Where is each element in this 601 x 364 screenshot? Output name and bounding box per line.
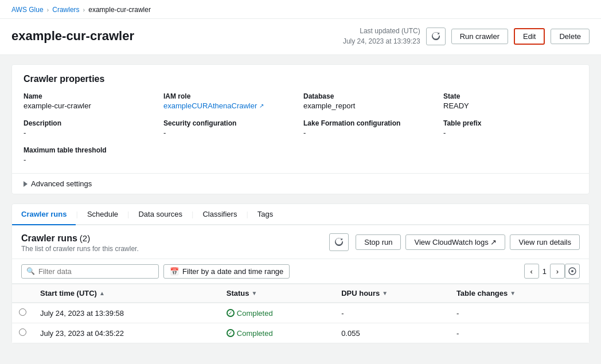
row-2-changes: -: [450, 323, 589, 343]
breadcrumb-aws-glue[interactable]: AWS Glue: [11, 6, 44, 14]
tab-data-sources[interactable]: Data sources: [129, 204, 192, 225]
date-filter-label: Filter by a date and time range: [182, 267, 283, 276]
view-cloudwatch-button[interactable]: View CloudWatch logs ↗: [405, 234, 505, 250]
prop-name: Name example-cur-crawler: [24, 92, 158, 110]
pagination-page: 1: [539, 267, 550, 276]
svg-point-1: [571, 270, 573, 272]
sort-icon-dpu: ▼: [382, 290, 388, 296]
calendar-icon: 📅: [170, 267, 179, 276]
check-circle-icon-1: ✓: [227, 309, 235, 317]
last-updated: Last updated (UTC) July 24, 2023 at 13:3…: [343, 26, 420, 46]
tab-classifiers[interactable]: Classifiers: [193, 204, 246, 225]
external-link-icon: ↗: [259, 103, 264, 109]
check-circle-icon-2: ✓: [227, 329, 235, 337]
pagination-settings-button[interactable]: [565, 264, 580, 279]
status-completed-1: ✓ Completed: [227, 309, 327, 318]
runs-title: Crawler runs: [21, 233, 77, 244]
th-status[interactable]: Status ▼: [220, 284, 334, 303]
header-right: Last updated (UTC) July 24, 2023 at 13:3…: [343, 26, 590, 46]
tab-tags[interactable]: Tags: [248, 204, 282, 225]
th-table-changes[interactable]: Table changes ▼: [450, 284, 589, 303]
table-row: July 24, 2023 at 13:39:58 ✓ Completed - …: [12, 303, 589, 323]
filter-toolbar: 🔍 📅 Filter by a date and time range ‹ 1 …: [12, 259, 589, 284]
tabs-nav: Crawler runs | Schedule | Data sources |…: [12, 204, 589, 225]
filter-input-wrapper[interactable]: 🔍: [21, 264, 159, 279]
prop-security-config: Security configuration -: [163, 119, 298, 137]
row-1-radio[interactable]: [19, 308, 26, 316]
prop-table-prefix: Table prefix -: [443, 119, 577, 137]
card-body: Crawler properties Name example-cur-craw…: [12, 65, 589, 173]
table-header: Start time (UTC) ▲ Status ▼: [12, 284, 589, 303]
row-2-dpu: 0.055: [334, 323, 450, 343]
row-2-status: ✓ Completed: [220, 323, 334, 343]
row-2-start-time: July 23, 2023 at 04:35:22: [33, 323, 220, 343]
prop-iam-role: IAM role exampleCURAthenaCrawler ↗: [163, 92, 298, 110]
runs-refresh-button[interactable]: [329, 233, 349, 251]
th-start-time[interactable]: Start time (UTC) ▲: [33, 284, 220, 303]
table-body: July 24, 2023 at 13:39:58 ✓ Completed - …: [12, 303, 589, 343]
page-header: example-cur-crawler Last updated (UTC) J…: [0, 19, 601, 55]
prop-database: Database example_report: [303, 92, 438, 110]
runs-subtitle: The list of crawler runs for this crawle…: [21, 245, 139, 253]
prop-state: State READY: [443, 92, 577, 110]
chevron-right-icon: [24, 181, 28, 187]
run-crawler-button[interactable]: Run crawler: [451, 29, 508, 44]
runs-title-group: Crawler runs (2) The list of crawler run…: [21, 233, 139, 253]
page-title: example-cur-crawler: [11, 29, 134, 44]
breadcrumb-sep-1: ›: [47, 6, 49, 13]
sort-icon-changes: ▼: [510, 290, 516, 296]
breadcrumb-crawlers[interactable]: Crawlers: [52, 6, 79, 14]
row-2-select[interactable]: [12, 323, 33, 343]
pagination-prev-button[interactable]: ‹: [524, 264, 539, 279]
tabs-card: Crawler runs | Schedule | Data sources |…: [11, 203, 590, 343]
th-dpu-hours[interactable]: DPU hours ▼: [334, 284, 450, 303]
row-1-start-time: July 24, 2023 at 13:39:58: [33, 303, 220, 323]
prop-lake-formation: Lake Formation configuration -: [303, 119, 438, 137]
breadcrumb: AWS Glue › Crawlers › example-cur-crawle…: [0, 0, 601, 19]
row-1-status: ✓ Completed: [220, 303, 334, 323]
pagination-next-button[interactable]: ›: [550, 264, 565, 279]
crawler-runs-section: Crawler runs (2) The list of crawler run…: [12, 225, 589, 343]
prop-description: Description -: [24, 119, 158, 137]
edit-button[interactable]: Edit: [514, 28, 545, 45]
iam-role-link[interactable]: exampleCURAthenaCrawler ↗: [163, 101, 298, 110]
pagination-row: ‹ 1 ›: [524, 264, 580, 279]
sort-icon-status: ▼: [252, 290, 257, 296]
delete-button[interactable]: Delete: [551, 29, 590, 44]
properties-grid: Name example-cur-crawler IAM role exampl…: [24, 92, 577, 164]
crawler-properties-card: Crawler properties Name example-cur-craw…: [11, 64, 590, 194]
th-select: [12, 284, 33, 303]
advanced-settings-toggle[interactable]: Advanced settings: [12, 173, 589, 194]
breadcrumb-sep-2: ›: [83, 6, 85, 13]
external-icon: ↗: [490, 238, 497, 246]
sort-asc-icon: ▲: [99, 290, 105, 296]
row-1-dpu: -: [334, 303, 450, 323]
row-1-changes: -: [450, 303, 589, 323]
breadcrumb-current: example-cur-crawler: [88, 6, 151, 14]
prop-max-table-threshold: Maximum table threshold -: [24, 146, 577, 164]
row-1-select[interactable]: [12, 303, 33, 323]
search-icon: 🔍: [26, 267, 35, 275]
runs-title-with-count: Crawler runs (2): [21, 233, 139, 244]
view-run-details-button[interactable]: View run details: [510, 234, 580, 250]
date-filter-button[interactable]: 📅 Filter by a date and time range: [163, 264, 290, 279]
stop-run-button[interactable]: Stop run: [356, 234, 401, 250]
runs-count: (2): [80, 233, 90, 243]
card-title: Crawler properties: [24, 74, 577, 84]
main-content: Crawler properties Name example-cur-craw…: [0, 55, 601, 362]
row-2-radio[interactable]: [19, 328, 26, 336]
tab-crawler-runs[interactable]: Crawler runs: [12, 204, 76, 225]
crawler-runs-table: Start time (UTC) ▲ Status ▼: [12, 284, 589, 343]
table-row: July 23, 2023 at 04:35:22 ✓ Completed 0.…: [12, 323, 589, 343]
refresh-button[interactable]: [426, 28, 446, 45]
filter-input[interactable]: [38, 267, 154, 276]
runs-title-row: Crawler runs (2) The list of crawler run…: [21, 233, 580, 253]
runs-header: Crawler runs (2) The list of crawler run…: [12, 225, 589, 259]
advanced-settings-label: Advanced settings: [31, 179, 92, 188]
tab-schedule[interactable]: Schedule: [78, 204, 127, 225]
status-completed-2: ✓ Completed: [227, 329, 327, 338]
runs-actions: Stop run View CloudWatch logs ↗ View run…: [329, 233, 580, 251]
